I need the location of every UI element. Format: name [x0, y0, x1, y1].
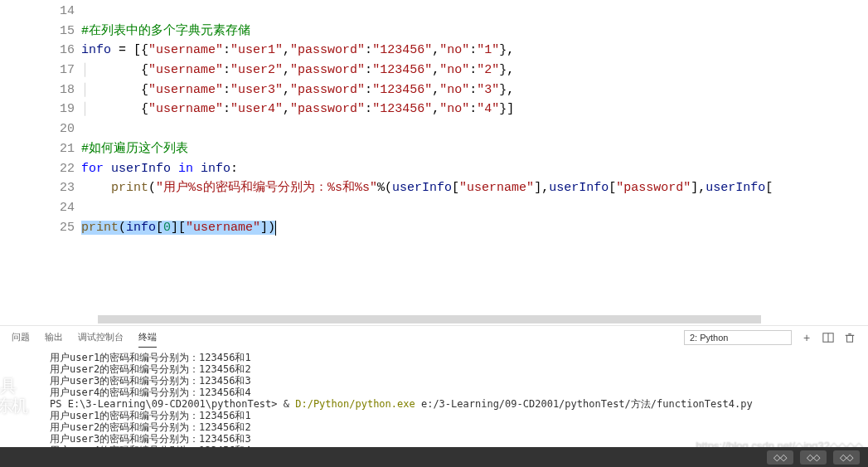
horizontal-scrollbar[interactable]: [98, 315, 851, 325]
tab-debug-console[interactable]: 调试控制台: [78, 328, 124, 347]
panel-right-controls: 2: Python +: [684, 330, 856, 345]
tab-terminal[interactable]: 终端: [138, 328, 157, 348]
editor-area: 141516171819202122232425 #在列表中的多个字典元素存储i…: [0, 0, 868, 315]
video-control-bar: ◇◇ ◇◇ ◇◇: [0, 447, 868, 467]
code-content[interactable]: #在列表中的多个字典元素存储info = [{"username":"user1…: [81, 0, 868, 315]
tab-output[interactable]: 输出: [45, 328, 63, 347]
line-number-gutter: 141516171819202122232425: [48, 0, 81, 315]
video-btn-2[interactable]: ◇◇: [800, 450, 827, 465]
video-btn-3[interactable]: ◇◇: [833, 450, 860, 465]
tab-problems[interactable]: 问题: [12, 328, 30, 347]
terminal-select[interactable]: 2: Python: [684, 330, 792, 345]
video-btn-1[interactable]: ◇◇: [767, 450, 793, 465]
watermark-logo: [0, 372, 30, 421]
kill-terminal-icon[interactable]: [843, 331, 856, 344]
horizontal-scrollbar-thumb[interactable]: [98, 315, 761, 323]
panel-tabs: 问题 输出 调试控制台 终端 2: Python +: [0, 325, 868, 348]
new-terminal-icon[interactable]: +: [800, 331, 813, 344]
split-terminal-icon[interactable]: [822, 331, 835, 344]
editor-left-pad: [0, 0, 48, 315]
